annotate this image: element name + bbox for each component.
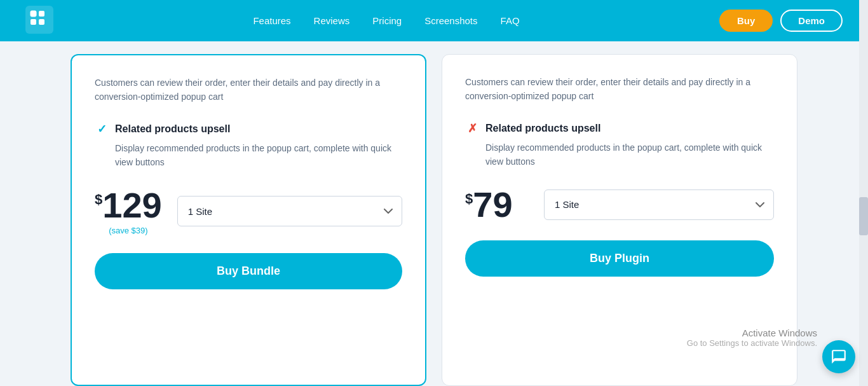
chat-widget[interactable] (822, 340, 855, 373)
nav-actions: Buy Demo (719, 10, 843, 32)
price-block-plugin: $ 79 (465, 187, 529, 223)
scrollbar-thumb[interactable] (859, 197, 868, 235)
nav-screenshots[interactable]: Screenshots (424, 15, 477, 26)
svg-rect-1 (31, 11, 36, 17)
price-amount-bundle: 129 (102, 188, 161, 223)
demo-button[interactable]: Demo (780, 10, 843, 32)
navbar: Features Reviews Pricing Screenshots FAQ… (0, 0, 868, 41)
nav-links: Features Reviews Pricing Screenshots FAQ (253, 15, 519, 26)
upsell-feature-plugin: ✗ Related products upsell Display recomm… (465, 121, 774, 169)
buy-bundle-button[interactable]: Buy Bundle (95, 253, 402, 289)
price-main-plugin: $ 79 (465, 187, 529, 223)
price-amount-plugin: 79 (473, 187, 512, 223)
price-dollar-plugin: $ (465, 192, 473, 206)
svg-rect-3 (31, 19, 36, 25)
site-select-plugin[interactable]: 1 Site 3 Sites 5 Sites Unlimited (544, 190, 774, 220)
nav-features[interactable]: Features (253, 15, 290, 26)
price-dollar-bundle: $ (95, 193, 102, 207)
price-block-bundle: $ 129 (save $39) (95, 188, 162, 235)
order-review-text-plugin: Customers can review their order, enter … (465, 75, 774, 104)
site-select-bundle[interactable]: 1 Site 3 Sites 5 Sites Unlimited (177, 196, 402, 226)
price-row-bundle: $ 129 (save $39) 1 Site 3 Sites 5 Sites … (95, 188, 402, 235)
logo[interactable] (25, 6, 53, 36)
nav-faq[interactable]: FAQ (501, 15, 520, 26)
price-main-bundle: $ 129 (95, 188, 162, 223)
svg-rect-4 (39, 19, 44, 25)
order-review-feature-plugin: Customers can review their order, enter … (465, 75, 774, 104)
nav-reviews[interactable]: Reviews (314, 15, 350, 26)
order-review-feature-bundle: Customers can review their order, enter … (95, 76, 402, 104)
upsell-title-bundle: Related products upsell (115, 123, 230, 135)
cross-icon-plugin: ✗ (465, 121, 479, 135)
upsell-title-plugin: Related products upsell (485, 123, 600, 134)
nav-pricing[interactable]: Pricing (372, 15, 402, 26)
upsell-desc-plugin: Display recommended products in the popu… (465, 141, 774, 169)
upsell-desc-bundle: Display recommended products in the popu… (95, 141, 402, 170)
scrollbar-track[interactable] (859, 0, 868, 386)
activate-line1: Activate Windows (687, 327, 817, 338)
price-row-plugin: $ 79 1 Site 3 Sites 5 Sites Unlimited (465, 187, 774, 223)
price-save-bundle: (save $39) (95, 226, 162, 235)
upsell-feature-bundle: ✓ Related products upsell Display recomm… (95, 122, 402, 170)
chat-icon (831, 348, 847, 365)
svg-rect-2 (39, 11, 44, 17)
activate-windows-overlay: Activate Windows Go to Settings to activ… (687, 327, 817, 348)
upsell-feature-header-plugin: ✗ Related products upsell (465, 121, 774, 135)
upsell-feature-header-bundle: ✓ Related products upsell (95, 122, 402, 136)
activate-line2: Go to Settings to activate Windows. (687, 338, 817, 348)
buy-button[interactable]: Buy (719, 10, 773, 32)
order-review-text-bundle: Customers can review their order, enter … (95, 76, 402, 104)
check-icon-bundle: ✓ (95, 122, 109, 136)
buy-plugin-button[interactable]: Buy Plugin (465, 240, 774, 277)
bundle-card: Customers can review their order, enter … (71, 54, 426, 386)
